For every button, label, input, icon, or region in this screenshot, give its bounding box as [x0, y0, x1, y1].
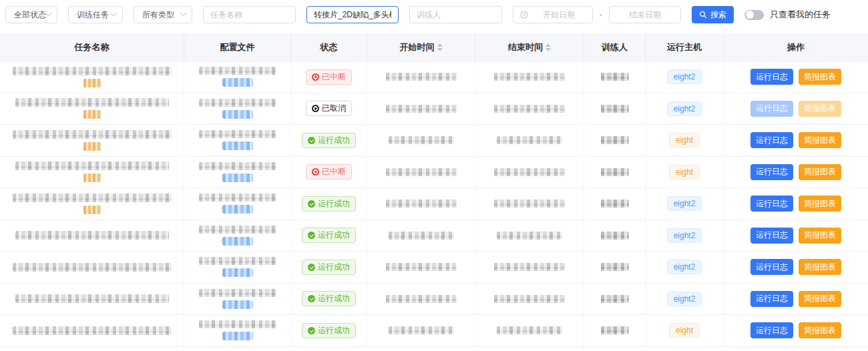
- start-time-cell: [367, 315, 475, 346]
- table-row: 运行成功 eight 运行日志 简报图表: [0, 125, 868, 157]
- config-file-cell: [184, 220, 291, 252]
- start-time-cell: [367, 252, 475, 283]
- search-button[interactable]: 搜索: [692, 6, 734, 23]
- status-icon: [308, 264, 315, 271]
- end-time-cell: [475, 315, 584, 346]
- task-name-redacted: [15, 161, 169, 170]
- task-tag-redacted: [83, 173, 101, 182]
- task-name-redacted: [13, 263, 172, 272]
- actions-cell: 运行日志 简报图表: [724, 284, 868, 315]
- end-date-input[interactable]: 结束日期: [609, 6, 681, 23]
- end-time-cell: [475, 347, 584, 351]
- config-link-redacted[interactable]: [222, 110, 253, 119]
- host-tag: eight: [669, 133, 700, 147]
- task-tag-redacted: [83, 110, 101, 119]
- task-table: 任务名称 配置文件 状态 开始时间 结束时间 训练人 运行主机 操作: [0, 33, 868, 351]
- start-date-placeholder: 开始日期: [532, 9, 586, 21]
- actions-cell: 运行日志 简报图表: [724, 315, 868, 346]
- report-chart-button[interactable]: 简报图表: [799, 132, 841, 148]
- status-icon: [308, 232, 315, 239]
- run-log-button[interactable]: 运行日志: [750, 291, 793, 307]
- run-log-button[interactable]: 运行日志: [750, 259, 793, 275]
- status-cell: 运行成功: [291, 125, 367, 156]
- run-log-button[interactable]: 运行日志: [750, 69, 793, 85]
- trainer-redacted: [601, 232, 629, 240]
- report-chart-button[interactable]: 简报图表: [799, 69, 841, 85]
- run-log-button[interactable]: 运行日志: [750, 228, 793, 244]
- end-time-cell: [475, 61, 584, 93]
- chevron-down-icon: [111, 9, 118, 16]
- sort-carets-icon[interactable]: [437, 43, 443, 51]
- task-name-input[interactable]: [203, 6, 296, 23]
- config-link-redacted[interactable]: [222, 78, 253, 87]
- status-cell: 已中断: [291, 61, 367, 93]
- config-link-redacted[interactable]: [222, 205, 253, 214]
- config-file-redacted: [199, 226, 276, 234]
- status-label: 运行成功: [318, 262, 350, 273]
- task-name-redacted: [13, 194, 172, 202]
- config-file-cell: [184, 93, 291, 125]
- config-link-redacted[interactable]: [222, 237, 253, 246]
- start-date-input[interactable]: 开始日期: [513, 6, 593, 23]
- run-log-button[interactable]: 运行日志: [750, 132, 793, 148]
- run-log-button[interactable]: 运行日志: [750, 322, 793, 338]
- task-name-redacted: [13, 130, 172, 139]
- config-link-redacted[interactable]: [222, 173, 253, 182]
- config-link-redacted[interactable]: [222, 141, 253, 150]
- task-type-select[interactable]: 训练任务: [68, 6, 123, 23]
- task-name-cell: [0, 93, 184, 125]
- status-badge: 已中断: [306, 69, 352, 85]
- trainer-redacted: [601, 326, 629, 334]
- trainer-cell: [584, 125, 646, 156]
- actions-cell: 运行日志 简报图表: [724, 93, 868, 125]
- config-link-redacted[interactable]: [222, 300, 253, 309]
- end-time-redacted: [497, 326, 562, 334]
- start-time-cell: [367, 157, 475, 188]
- table-row: 运行成功 eight2 运行日志 简报图表: [0, 252, 868, 284]
- trainer-redacted: [601, 200, 629, 208]
- model-search-input[interactable]: [306, 6, 399, 23]
- config-link-redacted[interactable]: [222, 268, 253, 277]
- run-log-button[interactable]: 运行日志: [750, 101, 793, 117]
- host-cell: eight2: [646, 61, 724, 93]
- report-chart-button[interactable]: 简报图表: [799, 164, 841, 180]
- status-label: 运行成功: [318, 198, 350, 210]
- status-icon: [308, 137, 315, 144]
- host-cell: eight2: [646, 347, 724, 351]
- status-select[interactable]: 全部状态: [5, 6, 57, 23]
- category-select[interactable]: 所有类型: [134, 6, 192, 23]
- report-chart-button[interactable]: 简报图表: [799, 101, 841, 117]
- start-time-redacted: [386, 263, 457, 271]
- trainer-cell: [584, 61, 646, 93]
- end-time-redacted: [494, 200, 565, 208]
- task-name-cell: [0, 284, 184, 315]
- header-end-time: 结束时间: [475, 33, 584, 61]
- status-badge: 已中断: [306, 164, 352, 180]
- start-time-redacted: [386, 295, 457, 303]
- status-cell: 运行成功: [291, 188, 367, 220]
- sort-carets-icon[interactable]: [546, 43, 551, 51]
- trainer-input[interactable]: [409, 6, 502, 23]
- trainer-cell: [584, 284, 646, 315]
- report-chart-button[interactable]: 简报图表: [799, 322, 841, 338]
- report-chart-button[interactable]: 简报图表: [799, 228, 841, 244]
- report-chart-button[interactable]: 简报图表: [799, 291, 841, 307]
- run-log-button[interactable]: 运行日志: [750, 196, 793, 212]
- status-icon: [308, 327, 315, 334]
- status-cell: 运行成功: [291, 252, 367, 283]
- config-link-redacted[interactable]: [222, 332, 253, 340]
- status-cell: 已取消: [291, 93, 367, 125]
- only-mine-toggle[interactable]: [744, 10, 764, 20]
- run-log-button[interactable]: 运行日志: [750, 164, 793, 180]
- actions-cell: 运行日志 简报图表: [724, 252, 868, 283]
- report-chart-button[interactable]: 简报图表: [799, 259, 841, 275]
- report-chart-button[interactable]: 简报图表: [799, 196, 841, 212]
- task-tag-redacted: [83, 142, 101, 151]
- actions-cell: 运行日志 简报图表: [724, 125, 868, 156]
- task-name-cell: [0, 315, 184, 346]
- end-date-placeholder: 结束日期: [616, 9, 674, 21]
- status-cell: 运行成功: [291, 220, 367, 252]
- host-cell: eight: [646, 315, 724, 346]
- start-time-redacted: [389, 232, 454, 240]
- status-cell: 运行成功: [291, 315, 367, 346]
